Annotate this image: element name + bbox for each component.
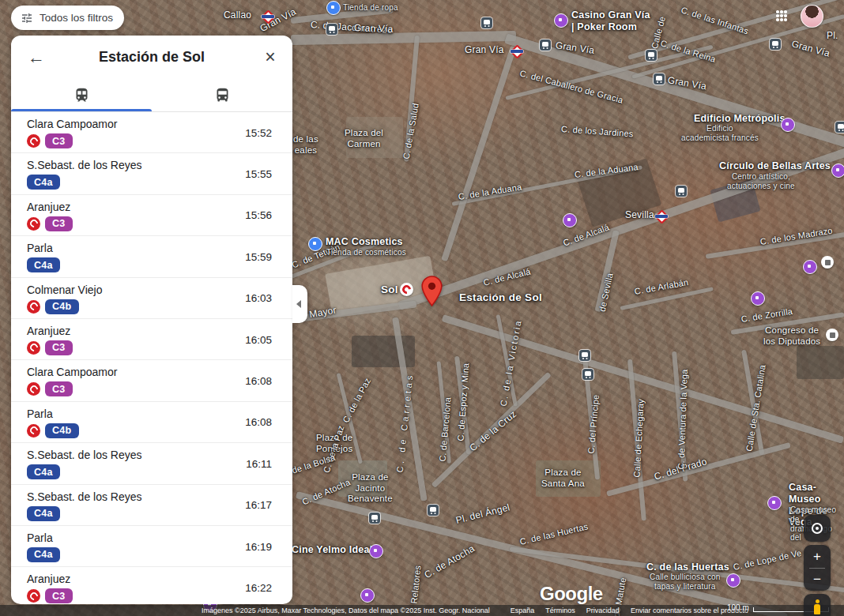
road [441, 46, 517, 262]
poi-label[interactable]: MAC Cosmetics [326, 236, 403, 248]
poi-label[interactable]: C. de las Huertas [646, 562, 729, 573]
zoom-out-button[interactable]: − [804, 569, 831, 592]
poi-pin[interactable] [554, 13, 568, 28]
departure-time: 16:11 [246, 457, 272, 469]
tab-bus[interactable] [152, 79, 292, 111]
poi-pin[interactable] [563, 213, 577, 227]
shop-pin[interactable] [326, 1, 341, 15]
bus-stop-icon[interactable] [676, 186, 687, 197]
line-badge: C4a [27, 547, 60, 562]
bus-stop-icon[interactable] [835, 122, 844, 133]
destination: Aranjuez [27, 201, 272, 213]
poi-pin[interactable] [726, 573, 740, 588]
departure-time: 15:55 [245, 168, 272, 180]
line-badge: C3 [45, 588, 73, 603]
departure-row[interactable]: Aranjuez C3 16:22 [11, 567, 292, 604]
metro-icon[interactable] [262, 10, 274, 23]
poi-pin[interactable] [751, 291, 765, 306]
departures-list: Clara Campoamor C3 15:52 S.Sebast. de lo… [11, 112, 292, 604]
poi-pin[interactable] [360, 588, 375, 603]
tab-train[interactable] [11, 79, 152, 111]
panel-collapse-handle[interactable] [292, 285, 307, 323]
bus-stop-icon[interactable] [428, 505, 439, 516]
departure-time: 16:08 [245, 416, 272, 428]
departure-row[interactable]: Clara Campoamor C3 16:08 [11, 360, 292, 401]
line-badge: C4a [27, 506, 60, 521]
departure-time: 16:08 [245, 375, 272, 387]
back-button[interactable]: ← [25, 47, 47, 69]
destination: Clara Campoamor [27, 366, 272, 378]
departure-row[interactable]: S.Sebast. de los Reyes C4a 16:11 [11, 443, 292, 484]
bus-stop-icon[interactable] [654, 73, 665, 85]
departure-row[interactable]: Aranjuez C3 16:05 [11, 319, 292, 360]
station-title: Estación de Sol [11, 49, 292, 66]
destination: Parla [27, 531, 272, 544]
destination: Aranjuez [27, 573, 272, 585]
account-avatar[interactable] [801, 5, 823, 28]
bus-icon [214, 87, 231, 103]
departure-row[interactable]: Clara Campoamor C3 15:52 [11, 112, 292, 153]
departure-time: 16:17 [245, 499, 272, 511]
street-label: Calle bulliciosa con tapas y literatura [650, 573, 721, 592]
shop-pin[interactable] [308, 237, 322, 251]
departure-row[interactable]: Colmenar Viejo C4b 16:03 [11, 278, 292, 319]
google-apps-grid-icon[interactable] [776, 10, 787, 21]
transit-mode-tabs [11, 79, 292, 112]
poi-pin[interactable] [781, 118, 795, 132]
street-label: C. de Lope de Ve [733, 548, 803, 573]
close-button[interactable]: × [259, 46, 281, 68]
street-label: Tienda de cosméticos [326, 248, 406, 257]
google-logo: Google [540, 583, 603, 605]
departure-row[interactable]: Parla C4a 16:19 [11, 526, 292, 567]
cercanias-icon[interactable] [400, 283, 413, 296]
renfe-cercanias-icon [27, 424, 40, 438]
bus-stop-icon[interactable] [326, 24, 337, 35]
white-poi-icon[interactable] [821, 256, 834, 269]
train-icon [73, 87, 90, 103]
poi-label[interactable]: Cine Yelmo Ideal [292, 544, 372, 556]
privacy-link[interactable]: Privacidad [586, 607, 620, 614]
terms-link[interactable]: Términos [545, 607, 575, 614]
departure-row[interactable]: Aranjuez C3 15:56 [11, 195, 292, 236]
departure-row[interactable]: S.Sebast. de los Reyes C4a 16:17 [11, 485, 292, 526]
departure-row[interactable]: S.Sebast. de los Reyes C4a 15:55 [11, 153, 292, 194]
white-poi-icon[interactable] [826, 329, 838, 341]
street-label: Pl. [827, 30, 838, 41]
bus-stop-icon[interactable] [770, 39, 781, 50]
bus-stop-icon[interactable] [646, 50, 657, 61]
street-label: Centro artístico, actuaciones y cine [727, 172, 795, 191]
bus-stop-icon[interactable] [579, 350, 590, 361]
bus-stop-icon[interactable] [481, 17, 492, 28]
zoom-in-button[interactable]: + [804, 545, 831, 568]
departure-time: 16:19 [245, 540, 272, 552]
all-filters-button[interactable]: Todos los filtros [11, 6, 124, 30]
poi-label[interactable]: Casino Gran Vía | Poker Room [571, 9, 650, 33]
poi-label[interactable]: Edificio Metrópolis [694, 113, 786, 125]
google-maps-app: C. de JacometrezoCallaoGran VíaGran VíaG… [0, 0, 844, 616]
poi-pin[interactable] [369, 544, 383, 558]
metro-icon[interactable] [511, 45, 523, 58]
poi-pin[interactable] [831, 163, 844, 178]
poi-pin[interactable] [803, 260, 817, 274]
destination-marker-pin[interactable] [421, 276, 443, 310]
bus-stop-icon[interactable] [582, 369, 593, 380]
panel-header: ← Estación de Sol × [11, 36, 292, 79]
line-badge: C3 [45, 340, 73, 355]
bus-stop-icon[interactable] [369, 513, 380, 524]
destination: Clara Campoamor [27, 118, 272, 130]
bus-stop-icon[interactable] [540, 39, 551, 51]
renfe-cercanias-icon [27, 382, 40, 396]
poi-pin[interactable] [767, 496, 782, 510]
map-patch [797, 346, 844, 379]
departure-time: 16:05 [245, 333, 272, 345]
departure-row[interactable]: Parla C4a 15:59 [11, 236, 292, 277]
imagery-credit: Imágenes ©2025 Airbus, Maxar Technologie… [202, 607, 490, 614]
departure-row[interactable]: Parla C4b 16:08 [11, 402, 292, 443]
poi-label[interactable]: Círculo de Bellas Artes [719, 160, 831, 172]
metro-icon[interactable] [655, 210, 668, 223]
pegman-street-view-button[interactable] [804, 594, 831, 616]
street-label: de las eales [293, 134, 318, 156]
my-location-button[interactable] [804, 515, 831, 542]
departure-time: 15:59 [245, 250, 272, 262]
attribution-bar: Imágenes ©2025 Airbus, Maxar Technologie… [0, 605, 844, 616]
